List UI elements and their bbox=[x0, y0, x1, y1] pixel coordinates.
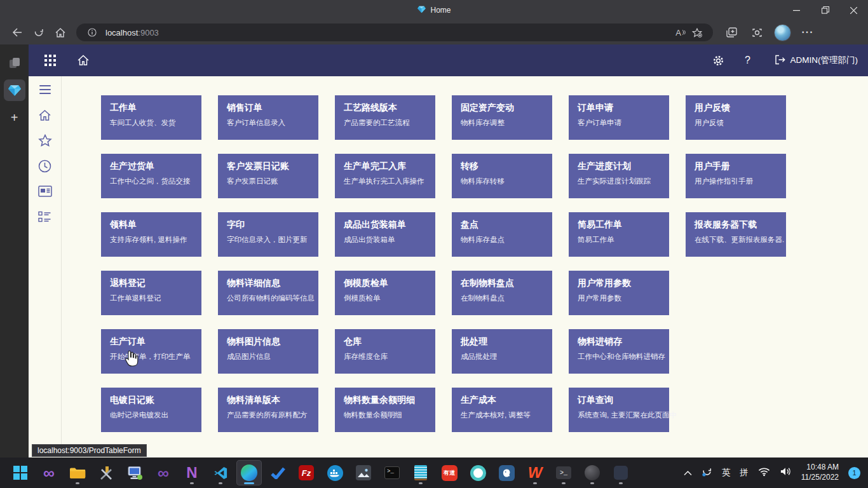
ime-latin[interactable]: 英 bbox=[722, 467, 731, 478]
tray-clock[interactable]: 10:48 AM 11/25/2022 bbox=[801, 463, 839, 482]
app-tile[interactable]: 报表服务器下载 在线下载、更新报表服务器. bbox=[686, 212, 786, 257]
app-tile[interactable]: 批处理 成品批处理 bbox=[452, 329, 552, 374]
waffle-icon[interactable] bbox=[39, 49, 62, 72]
ime-pinyin[interactable]: 拼 bbox=[740, 467, 749, 478]
recent-clock-icon[interactable] bbox=[37, 159, 53, 173]
app-tile[interactable]: 仓库 库存维度仓库 bbox=[335, 329, 435, 374]
tile-subtitle: 库存维度仓库 bbox=[344, 352, 430, 362]
tile-subtitle: 物料库存盘点 bbox=[461, 235, 547, 245]
file-explorer-icon[interactable] bbox=[65, 460, 90, 485]
favorite-add-icon[interactable] bbox=[689, 24, 705, 41]
user-label: ADMIN(管理部门) bbox=[790, 55, 858, 66]
app-tile[interactable]: 客户发票日记账 客户发票日记账 bbox=[218, 154, 318, 198]
tools-icon[interactable] bbox=[93, 460, 119, 485]
app-tile[interactable]: 领料单 支持库存领料, 退料操作 bbox=[101, 212, 201, 257]
add-icon[interactable]: + bbox=[4, 107, 25, 128]
app-tile[interactable]: 物料图片信息 成品图片信息 bbox=[218, 329, 318, 374]
app-tile[interactable]: 用户手册 用户操作指引手册 bbox=[686, 154, 786, 198]
favorites-star-icon[interactable] bbox=[37, 133, 53, 147]
youdao-icon[interactable]: 有道 bbox=[437, 460, 462, 485]
profile-avatar[interactable] bbox=[771, 23, 793, 42]
app-tile[interactable]: 工艺路线版本 产品需要的工艺流程 bbox=[335, 95, 435, 140]
home-icon[interactable] bbox=[50, 23, 71, 42]
app-tile[interactable]: 退料登记 工作单退料登记 bbox=[101, 271, 201, 315]
app-tile[interactable]: 生产进度计划 生产实际进度计划跟踪 bbox=[569, 154, 669, 198]
app-tile[interactable]: 用户反馈 用户反馈 bbox=[686, 95, 786, 140]
sync-icon[interactable] bbox=[702, 466, 712, 480]
cmd-icon[interactable]: >_ bbox=[379, 460, 405, 485]
gem-app-icon[interactable] bbox=[4, 79, 25, 101]
address-bar[interactable]: localhost:9003 A bbox=[76, 24, 713, 41]
wifi-icon[interactable] bbox=[758, 467, 770, 479]
app-tile[interactable]: 盘点 物料库存盘点 bbox=[452, 212, 552, 257]
tile-title: 工作单 bbox=[110, 102, 196, 114]
my-computer-icon[interactable] bbox=[122, 460, 147, 485]
home-icon[interactable] bbox=[72, 49, 95, 72]
purple-n-icon[interactable]: N bbox=[179, 460, 205, 485]
more-menu-icon[interactable]: ··· bbox=[797, 23, 818, 42]
app-tile[interactable]: 倒模质检单 倒模质检单 bbox=[335, 271, 435, 315]
app-tile[interactable]: 简易工作单 简易工作单 bbox=[569, 212, 669, 257]
settings-gear-icon[interactable] bbox=[707, 49, 730, 72]
url-port: :9003 bbox=[138, 28, 159, 37]
tile-title: 报表服务器下载 bbox=[695, 219, 781, 231]
app-tile[interactable]: 字印 字印信息录入，图片更新 bbox=[218, 212, 318, 257]
photos-icon[interactable] bbox=[351, 460, 376, 485]
tasks-icon[interactable] bbox=[37, 210, 53, 224]
sphere-icon[interactable] bbox=[580, 460, 605, 485]
app-tile[interactable]: 销售订单 客户订单信息录入 bbox=[218, 95, 318, 140]
visual-studio-icon[interactable]: ∞ bbox=[36, 460, 62, 485]
docker-icon[interactable] bbox=[322, 460, 348, 485]
app-tile[interactable]: 用户常用参数 用户常用参数 bbox=[569, 271, 669, 315]
refresh-icon[interactable] bbox=[28, 23, 50, 42]
info-icon[interactable] bbox=[84, 24, 100, 41]
tray-chevron-icon[interactable] bbox=[684, 467, 692, 478]
back-icon[interactable] bbox=[6, 23, 28, 42]
app-tile[interactable]: 生产订单 开始生产单，打印生产单 bbox=[101, 329, 201, 374]
close-icon[interactable] bbox=[839, 0, 868, 20]
app-tile[interactable]: 转移 物料库存转移 bbox=[452, 154, 552, 198]
panda-app-icon[interactable] bbox=[465, 460, 491, 485]
board-icon[interactable] bbox=[37, 184, 53, 198]
app-tile[interactable]: 生产成本 生产成本核对, 调整等 bbox=[452, 388, 552, 432]
volume-icon[interactable] bbox=[780, 466, 792, 479]
home-icon[interactable] bbox=[37, 108, 53, 122]
collections-icon[interactable] bbox=[721, 23, 742, 42]
app-tile[interactable]: 订单申请 客户订单申请 bbox=[569, 95, 669, 140]
edge-browser-icon[interactable] bbox=[236, 460, 262, 485]
visual-studio-2-icon[interactable]: ∞ bbox=[151, 460, 176, 485]
pages-icon[interactable] bbox=[4, 52, 25, 74]
postgresql-icon[interactable] bbox=[494, 460, 519, 485]
app-tile[interactable]: 生产单完工入库 生产单执行完工入库操作 bbox=[335, 154, 435, 198]
windows-start-icon[interactable] bbox=[8, 460, 33, 485]
faint-app-icon[interactable] bbox=[608, 460, 634, 485]
app-tile[interactable]: 生产过货单 工作中心之间，货品交接 bbox=[101, 154, 201, 198]
app-tile[interactable]: 电镀日记账 临时记录电镀发出 bbox=[101, 388, 201, 432]
user-menu[interactable]: ADMIN(管理部门) bbox=[775, 55, 858, 67]
minimize-icon[interactable] bbox=[782, 0, 811, 20]
notification-badge[interactable]: 1 bbox=[848, 467, 860, 479]
menu-icon[interactable] bbox=[37, 83, 53, 97]
url-text[interactable]: localhost:9003 bbox=[105, 28, 159, 37]
app-tile[interactable]: 在制物料盘点 在制物料盘点 bbox=[452, 271, 552, 315]
terminal-icon[interactable]: >_ bbox=[551, 460, 576, 485]
restore-icon[interactable] bbox=[811, 0, 839, 20]
app-tile[interactable]: 成品出货装箱单 成品出货装箱单 bbox=[335, 212, 435, 257]
app-tile[interactable]: 工作单 车间工人收货、发货 bbox=[101, 95, 201, 140]
wps-icon[interactable]: W bbox=[522, 460, 548, 485]
filezilla-icon[interactable]: Fz bbox=[294, 460, 319, 485]
help-icon[interactable]: ? bbox=[736, 49, 759, 72]
tile-title: 生产过货单 bbox=[110, 161, 196, 172]
app-tile[interactable]: 物料数量余额明细 物料数量余额明细 bbox=[335, 388, 435, 432]
app-tile[interactable]: 固定资产变动 物料库存调整 bbox=[452, 95, 552, 140]
vscode-icon[interactable] bbox=[208, 460, 233, 485]
check-icon[interactable] bbox=[265, 460, 290, 485]
read-aloud-icon[interactable]: A bbox=[672, 24, 689, 41]
app-tile[interactable]: 物料详细信息 公司所有物料的编码等信息 bbox=[218, 271, 318, 315]
app-tile[interactable]: 订单查询 系统查询, 主要汇聚在此页面中 bbox=[569, 388, 669, 432]
window-controls bbox=[782, 0, 868, 20]
app-tile[interactable]: 物料进销存 工作中心和仓库物料进销存 bbox=[569, 329, 669, 374]
web-capture-icon[interactable] bbox=[746, 23, 768, 42]
app-tile[interactable]: 物料清单版本 产品需要的所有原料配方 bbox=[218, 388, 318, 432]
notepad-icon[interactable] bbox=[408, 460, 433, 485]
